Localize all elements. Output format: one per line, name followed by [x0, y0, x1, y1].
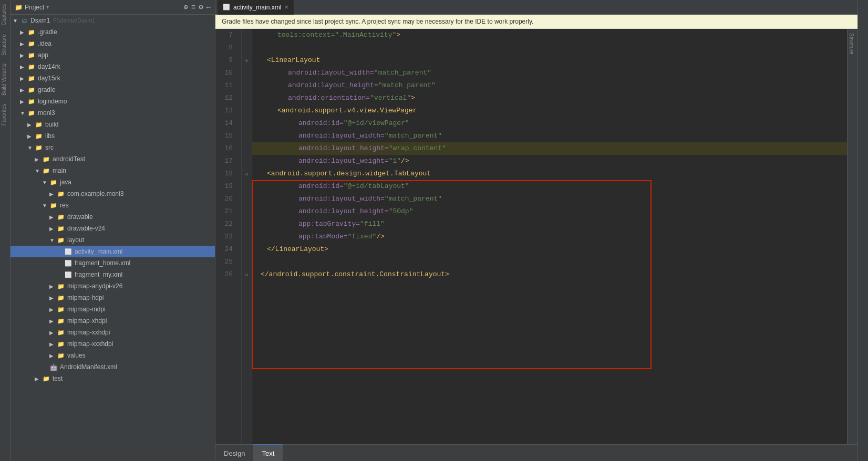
mipmap-xxxhdpi-label: mipmap-xxxhdpi	[67, 340, 113, 348]
sidebar-item-day15rk[interactable]: ▶ 📁 day15rk	[11, 72, 215, 84]
sidebar-item-fragment-home-xml[interactable]: ▶ ⬜ fragment_home.xml	[11, 257, 215, 269]
fragment-home-xml-icon: ⬜	[64, 259, 73, 267]
layout-folder-icon: 📁	[57, 236, 65, 244]
gutter-26[interactable]: ◇	[242, 268, 252, 281]
sidebar-item-java[interactable]: ▼ 📁 java	[11, 176, 215, 188]
arrow-down-icon: ▼	[27, 145, 35, 151]
structure-label[interactable]: Structure	[848, 29, 857, 59]
tab-activity-main-xml[interactable]: ⬜ activity_main.xml ✕	[218, 0, 294, 15]
tab-close-icon[interactable]: ✕	[284, 4, 288, 10]
logindemo-folder-icon: 📁	[27, 97, 36, 106]
right-vertical-gutter	[857, 0, 868, 461]
line-num-18: 18	[215, 167, 237, 180]
sidebar-item-android-manifest[interactable]: ▶ 🤖 AndroidManifest.xml	[11, 361, 215, 373]
gutter-9[interactable]: ◇	[242, 54, 252, 67]
build-folder-icon: 📁	[35, 120, 43, 129]
sidebar-item-moni3[interactable]: ▼ 📁 moni3	[11, 107, 215, 119]
arrow-right-icon: ▶	[35, 376, 42, 382]
sidebar-item-main[interactable]: ▼ 📁 main	[11, 165, 215, 176]
favorites-tab[interactable]: Favorites	[0, 100, 10, 130]
project-sidebar: 📁 Project ▾ ⊕ ≡ ⚙ ← ▼ 🗂 Dsxm1 F:\daima\D…	[11, 0, 215, 461]
sidebar-item-layout[interactable]: ▼ 📁 layout	[11, 234, 215, 246]
sidebar-item-res[interactable]: ▼ 📁 res	[11, 200, 215, 211]
left-vertical-tabs: Captures Structure Build Variants Favori…	[0, 0, 11, 461]
arrow-right-icon: ▶	[49, 284, 57, 289]
sidebar-item-androidtest[interactable]: ▶ 📁 androidTest	[11, 153, 215, 165]
line24-content: </LinearLayout>	[267, 243, 328, 256]
captures-tab[interactable]: Captures	[0, 0, 10, 30]
gutter-8	[242, 41, 252, 54]
sidebar-item-mipmap-hdpi[interactable]: ▶ 📁 mipmap-hdpi	[11, 292, 215, 303]
arrow-down-icon: ▼	[13, 18, 20, 24]
fragment-my-xml-label: fragment_my.xml	[75, 271, 122, 278]
code-line-20: android:layout_width="match_parent"	[252, 193, 847, 205]
sidebar-item-gradle2[interactable]: ▶ 📁 gradle	[11, 84, 215, 96]
sidebar-item-day14rk[interactable]: ▶ 📁 day14rk	[11, 61, 215, 72]
text-tab[interactable]: Text	[253, 444, 283, 461]
sidebar-item-mipmap-xxxhdpi[interactable]: ▶ 📁 mipmap-xxxhdpi	[11, 338, 215, 350]
arrow-right-icon: ▶	[49, 341, 57, 347]
logindemo-label: logindemo	[38, 98, 67, 105]
design-tab[interactable]: Design	[215, 444, 253, 461]
sidebar-item-build[interactable]: ▶ 📁 build	[11, 119, 215, 130]
sidebar-item-drawable[interactable]: ▶ 📁 drawable	[11, 211, 215, 223]
build-variants-tab[interactable]: Build Variants	[0, 59, 10, 100]
sidebar-item-drawable-v24[interactable]: ▶ 📁 drawable-v24	[11, 223, 215, 234]
sidebar-item-logindemo[interactable]: ▶ 📁 logindemo	[11, 96, 215, 107]
sidebar-item-activity-main-xml[interactable]: ▶ ⬜ activity_main.xml	[11, 246, 215, 257]
main-folder-icon: 📁	[42, 166, 50, 175]
sidebar-item-mipmap-xxhdpi[interactable]: ▶ 📁 mipmap-xxhdpi	[11, 327, 215, 338]
file-tree: ▼ 🗂 Dsxm1 F:\daima\Dsxm1 ▶ 📁 .gradle ▶ 📁…	[11, 15, 215, 461]
sidebar-item-test[interactable]: ▶ 📁 test	[11, 373, 215, 384]
arrow-right-icon: ▶	[20, 53, 27, 58]
line13-content: <android.support.v4.view.ViewPager	[277, 104, 417, 117]
line-num-9: 9	[215, 54, 237, 67]
line11-content: android:layout_height="match_parent"	[288, 79, 436, 92]
mipmap-anydpi-folder-icon: 📁	[57, 282, 65, 290]
project-folder-icon: 🗂	[20, 16, 28, 25]
more-icon[interactable]: ←	[206, 3, 211, 12]
gradle2-label: gradle	[38, 86, 55, 93]
root-project-item[interactable]: ▼ 🗂 Dsxm1 F:\daima\Dsxm1	[11, 15, 215, 26]
sidebar-item-app[interactable]: ▶ 📁 app	[11, 49, 215, 61]
line17-content: android:layout_weight="1"/>	[298, 155, 409, 167]
sidebar-item-libs[interactable]: ▶ 📁 libs	[11, 130, 215, 142]
src-folder-icon: 📁	[35, 143, 43, 152]
sidebar-item-fragment-my-xml[interactable]: ▶ ⬜ fragment_my.xml	[11, 269, 215, 280]
arrow-down-icon: ▼	[35, 168, 42, 174]
code-content[interactable]: tools:context=".MainActivity"> <LinearLa…	[252, 29, 847, 444]
arrow-right-icon: ▶	[20, 64, 27, 70]
arrow-right-icon: ▶	[35, 156, 42, 162]
line-num-25: 25	[215, 256, 237, 268]
idea-folder-icon: 📁	[27, 39, 36, 48]
settings-icon[interactable]: ⚙	[199, 3, 203, 12]
sidebar-item-gradle[interactable]: ▶ 📁 .gradle	[11, 26, 215, 38]
gutter-12	[242, 92, 252, 104]
collapse-icon[interactable]: ≡	[191, 3, 195, 12]
code-line-17: android:layout_weight="1"/>	[252, 155, 847, 167]
sidebar-item-src[interactable]: ▼ 📁 src	[11, 142, 215, 153]
sidebar-item-mipmap-mdpi[interactable]: ▶ 📁 mipmap-mdpi	[11, 303, 215, 315]
gutter-18[interactable]: ◇	[242, 167, 252, 180]
gutter-24	[242, 243, 252, 256]
structure-tab[interactable]: Structure	[0, 30, 10, 60]
line20-content: android:layout_width="match_parent"	[298, 193, 442, 205]
values-folder-icon: 📁	[57, 351, 65, 360]
gutter-17	[242, 155, 252, 167]
sync-icon[interactable]: ⊕	[183, 3, 188, 12]
sidebar-dropdown-icon[interactable]: ▾	[46, 4, 49, 10]
sidebar-item-com-example-moni3[interactable]: ▶ 📁 com.example.moni3	[11, 188, 215, 200]
sidebar-item-mipmap-xhdpi[interactable]: ▶ 📁 mipmap-xhdpi	[11, 315, 215, 327]
line-num-14: 14	[215, 117, 237, 130]
sidebar-item-mipmap-anydpi[interactable]: ▶ 📁 mipmap-anydpi-v26	[11, 280, 215, 292]
fragment-home-xml-label: fragment_home.xml	[75, 259, 130, 267]
code-line-8	[252, 41, 847, 54]
line-num-7: 7	[215, 29, 237, 41]
arrow-right-icon: ▶	[49, 353, 57, 359]
gutter-14	[242, 117, 252, 130]
sidebar-item-idea[interactable]: ▶ 📁 .idea	[11, 38, 215, 49]
gutter-25	[242, 256, 252, 268]
line9-content: <LinearLayout	[267, 54, 320, 67]
sidebar-item-values[interactable]: ▶ 📁 values	[11, 350, 215, 361]
arrow-right-icon: ▶	[27, 133, 35, 139]
